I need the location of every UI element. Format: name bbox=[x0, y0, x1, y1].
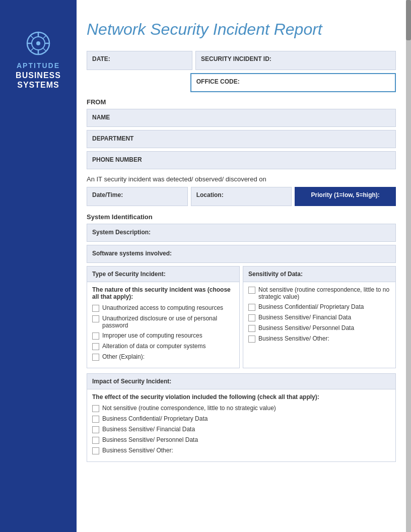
checkbox[interactable] bbox=[92, 447, 99, 454]
svg-line-7 bbox=[30, 35, 34, 39]
scrollbar-thumb[interactable] bbox=[406, 0, 411, 40]
checkbox[interactable] bbox=[92, 305, 99, 312]
list-item[interactable]: Improper use of computing resources bbox=[92, 332, 234, 340]
svg-point-6 bbox=[36, 41, 40, 45]
datetime-location-priority-row: Date/Time: Location: Priority (1=low, 5=… bbox=[87, 187, 396, 206]
sidebar: APTITUDE BUSINESS SYSTEMS bbox=[0, 0, 77, 532]
checkbox[interactable] bbox=[92, 437, 99, 444]
brand-business-systems: BUSINESS SYSTEMS bbox=[16, 71, 61, 90]
sensitivity-body: Not sensitive (routine correspondence, l… bbox=[243, 282, 395, 350]
checkbox[interactable] bbox=[248, 314, 255, 321]
type-subtitle: The nature of this security incident was… bbox=[92, 286, 234, 300]
from-label: FROM bbox=[87, 98, 396, 106]
checkbox[interactable] bbox=[248, 287, 255, 294]
security-incident-id-field[interactable]: SECURITY INCIDENT ID: bbox=[195, 51, 396, 70]
page-title: Network Security Incident Report bbox=[87, 20, 396, 39]
list-item[interactable]: Business Sensitive/ Other: bbox=[248, 335, 390, 343]
list-item[interactable]: Unauthorized disclosure or use of person… bbox=[92, 315, 234, 329]
svg-line-9 bbox=[30, 48, 34, 51]
incident-location-field[interactable]: Location: bbox=[191, 187, 292, 206]
list-item[interactable]: Business Sensitive/ Financial Data bbox=[92, 426, 390, 433]
aptitude-icon bbox=[25, 30, 51, 56]
checkbox[interactable] bbox=[248, 336, 255, 343]
checkbox[interactable] bbox=[92, 332, 99, 340]
software-systems-field[interactable]: Software systems involved: bbox=[87, 245, 396, 263]
checkbox[interactable] bbox=[248, 325, 255, 332]
checkbox[interactable] bbox=[92, 315, 99, 322]
impact-header: Impact of Security Incident: bbox=[87, 374, 395, 389]
list-item[interactable]: Business Sensitive/ Other: bbox=[92, 447, 390, 454]
checkbox[interactable] bbox=[92, 426, 99, 433]
office-code-field[interactable]: OFFICE CODE: bbox=[190, 73, 396, 92]
impact-section: Impact of Security Incident: The effect … bbox=[87, 373, 396, 462]
sensitivity-header: Sensitivity of Data: bbox=[243, 267, 395, 282]
type-of-incident-body: The nature of this security incident was… bbox=[87, 282, 239, 368]
checkbox[interactable] bbox=[92, 343, 99, 350]
list-item[interactable]: Alteration of data or computer systems bbox=[92, 343, 234, 350]
it-security-text: An IT security incident was detected/ ob… bbox=[87, 175, 396, 183]
svg-line-8 bbox=[43, 35, 46, 39]
system-id-section-label: System Identification bbox=[87, 213, 396, 221]
date-security-row: DATE: SECURITY INCIDENT ID: bbox=[87, 51, 396, 70]
name-field[interactable]: NAME bbox=[87, 109, 396, 127]
checkbox[interactable] bbox=[248, 304, 255, 311]
checkbox[interactable] bbox=[92, 405, 99, 412]
list-item[interactable]: Business Sensitive/ Financial Data bbox=[248, 314, 390, 321]
office-code-row: OFFICE CODE: bbox=[87, 73, 396, 92]
main-content: Network Security Incident Report DATE: S… bbox=[77, 0, 406, 487]
list-item[interactable]: Not sensitive (routine correspondence, l… bbox=[248, 286, 390, 300]
impact-subtitle: The effect of the security violation inc… bbox=[92, 393, 390, 401]
list-item[interactable]: Not sensitive (routine correspondence, l… bbox=[92, 405, 390, 412]
impact-body: The effect of the security violation inc… bbox=[87, 389, 395, 461]
list-item[interactable]: Business Confidential/ Proprietary Data bbox=[92, 415, 390, 423]
list-item[interactable]: Unauthorized access to computing resourc… bbox=[92, 304, 234, 312]
department-field[interactable]: DEPARTMENT bbox=[87, 130, 396, 148]
type-of-incident-header: Type of Security Incident: bbox=[87, 267, 239, 282]
list-item[interactable]: Business Sensitive/ Personnel Data bbox=[248, 324, 390, 332]
scrollbar[interactable] bbox=[406, 0, 411, 532]
type-of-incident-box: Type of Security Incident: The nature of… bbox=[87, 266, 240, 368]
checkbox[interactable] bbox=[92, 416, 99, 423]
sensitivity-of-data-box: Sensitivity of Data: Not sensitive (rout… bbox=[243, 266, 396, 368]
system-description-field[interactable]: System Description: bbox=[87, 224, 396, 242]
list-item[interactable]: Other (Explain): bbox=[92, 353, 234, 361]
phone-field[interactable]: PHONE NUMBER bbox=[87, 151, 396, 169]
incident-datetime-field[interactable]: Date/Time: bbox=[87, 187, 188, 206]
list-item[interactable]: Business Sensitive/ Personnel Data bbox=[92, 436, 390, 444]
date-field[interactable]: DATE: bbox=[87, 51, 192, 70]
brand-aptitude: APTITUDE bbox=[17, 61, 60, 70]
svg-line-10 bbox=[43, 48, 46, 51]
checkbox[interactable] bbox=[92, 354, 99, 361]
list-item[interactable]: Business Confidential/ Proprietary Data bbox=[248, 303, 390, 311]
type-sensitivity-row: Type of Security Incident: The nature of… bbox=[87, 266, 396, 368]
incident-priority-field[interactable]: Priority (1=low, 5=high): bbox=[295, 187, 396, 206]
